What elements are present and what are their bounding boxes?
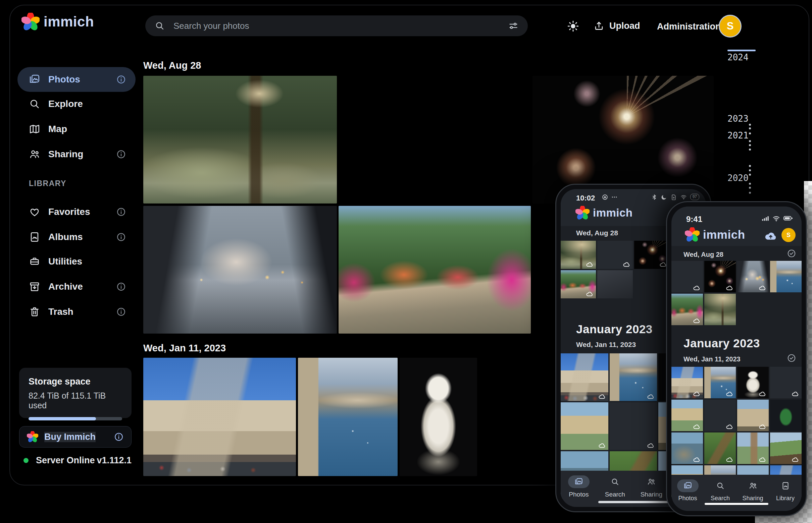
photo-thumbnail[interactable] [597,270,633,299]
photo-thumbnail[interactable] [704,432,736,464]
wifi-icon [772,214,780,222]
battery-level-badge: 97 [690,194,699,200]
photo-thumbnail[interactable] [561,353,608,401]
photo-thumbnail[interactable] [737,367,769,398]
photo-coastal-town[interactable] [298,358,398,476]
buy-immich-label: Buy Immich [44,432,96,442]
nav-label: Photos [569,491,589,498]
administration-link[interactable]: Administration [657,21,721,32]
sidebar-item-map[interactable]: Map [17,117,136,142]
sidebar-item-label: Photos [48,74,80,85]
info-icon[interactable] [116,74,126,85]
photo-thumbnail[interactable] [671,400,703,431]
user-avatar[interactable]: S [719,15,742,38]
thumb-grid-aug [671,261,801,325]
nav-label: Search [605,491,625,498]
cloud-sync-icon[interactable] [764,229,777,243]
nav-item-sharing[interactable]: Sharing [641,471,663,498]
photo-thumbnail[interactable] [704,400,736,431]
sidebar-item-trash[interactable]: Trash [17,300,136,324]
nav-item-photos[interactable]: Photos [677,475,698,502]
photo-thumbnail[interactable] [561,241,596,269]
scrubber-year[interactable]: 2020 [727,173,748,183]
signal-icon [761,214,770,222]
photo-thumbnail[interactable] [671,367,703,398]
iphone-mockup: 9:41 immich S Wed, Aug 28 [666,201,807,516]
photo-thumbnail[interactable] [770,367,801,398]
photo-thumbnail[interactable] [671,432,703,464]
select-all-check-icon[interactable] [787,249,796,258]
storage-title: Storage space [29,377,122,387]
photo-holding-hands[interactable] [143,206,337,333]
sidebar-item-albums[interactable]: Albums [17,224,136,249]
photo-thumbnail[interactable] [610,353,657,401]
photo-thumbnail[interactable] [737,261,769,292]
photo-marble-bust[interactable] [400,358,477,476]
photo-thumbnail[interactable] [770,432,801,464]
info-icon[interactable] [116,307,126,317]
home-indicator[interactable] [598,501,669,503]
date-group-label: Wed, Aug 28 [684,251,723,258]
scrubber-position-indicator[interactable] [727,50,756,51]
battery-icon [783,214,794,222]
sidebar-item-favorites[interactable]: Favorites [17,199,136,224]
photo-thumbnail[interactable] [671,261,703,292]
select-all-check-icon[interactable] [787,353,796,363]
photo-fortress[interactable] [143,358,296,476]
scrubber-year[interactable]: 2021 [727,130,748,141]
photo-thumbnail[interactable] [561,402,608,450]
photo-thumbnail[interactable] [597,241,633,269]
sidebar-item-photos[interactable]: Photos [17,67,136,92]
photo-dinner-table[interactable] [339,76,531,203]
photo-thumbnail[interactable] [704,367,736,398]
photo-thumbnail[interactable] [634,241,669,269]
photo-thumbnail[interactable] [737,432,769,464]
sidebar-item-utilities[interactable]: Utilities [17,249,136,274]
avatar-initial: S [787,232,791,239]
search-filters-icon[interactable] [508,21,518,31]
photo-thumbnail[interactable] [704,294,736,325]
search-input[interactable]: Search your photos [145,15,528,36]
upload-button[interactable]: Upload [593,20,640,32]
scrubber-year[interactable]: 2024 [727,52,748,62]
nav-item-photos[interactable]: Photos [568,471,589,498]
info-icon[interactable] [116,232,126,242]
sidebar-item-sharing[interactable]: Sharing [17,142,136,167]
photo-thumbnail[interactable] [737,400,769,431]
ios-app-logo: immich [685,227,745,242]
theme-toggle-button[interactable] [566,19,580,33]
home-indicator[interactable] [705,503,768,505]
photo-thumbnail[interactable] [561,270,596,299]
nav-item-library[interactable]: Library [775,475,796,502]
immich-flower-icon [575,206,589,220]
nav-item-sharing[interactable]: Sharing [742,475,764,502]
sidebar-item-explore[interactable]: Explore [17,92,136,116]
photo-thumbnail[interactable] [704,261,736,292]
trash-icon [29,306,40,318]
search-icon [611,477,619,486]
nav-item-search[interactable]: Search [710,475,731,502]
photo-green-berries[interactable] [479,358,560,476]
nav-item-search[interactable]: Search [604,471,626,498]
app-logo[interactable]: immich [21,13,94,31]
info-icon[interactable] [116,207,126,217]
photos-icon [574,477,583,486]
photo-zoo[interactable] [143,76,337,203]
photo-park-path[interactable] [339,206,531,333]
buy-immich-button[interactable]: Buy Immich [19,426,132,448]
search-icon [716,482,725,490]
overflow-dots-icon [611,194,618,200]
info-icon[interactable] [116,149,126,159]
scrubber-year[interactable]: 2023 [727,114,748,124]
sidebar-item-archive[interactable]: Archive [17,274,136,299]
avatar-initial: S [727,20,734,32]
photo-thumbnail[interactable] [610,402,657,450]
photo-thumbnail[interactable] [770,261,801,292]
photos-icon [684,482,692,490]
photo-thumbnail[interactable] [671,294,703,325]
photo-thumbnail[interactable] [770,400,801,431]
sidebar-item-label: Favorites [48,206,90,217]
user-avatar[interactable]: S [781,228,796,242]
info-icon[interactable] [116,282,126,292]
info-icon[interactable] [114,432,124,442]
